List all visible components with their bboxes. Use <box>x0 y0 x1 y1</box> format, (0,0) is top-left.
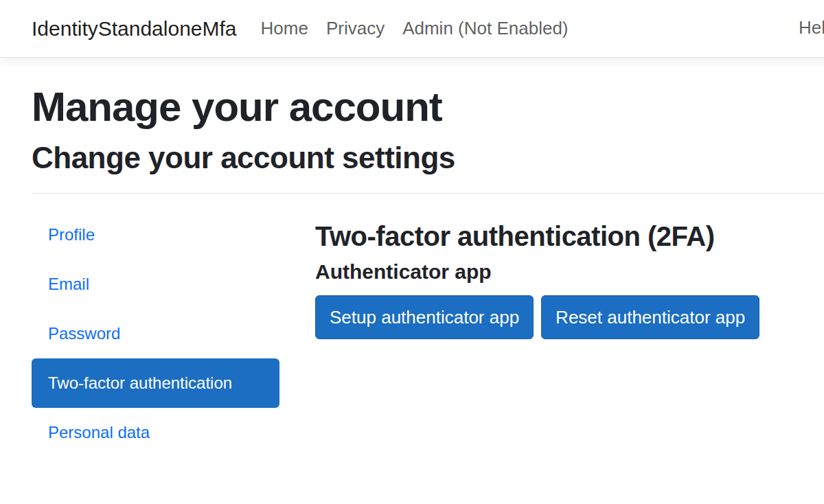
page-subtitle: Change your account settings <box>32 140 824 176</box>
divider <box>32 193 824 194</box>
page-container: Manage your account Change your account … <box>0 58 824 457</box>
two-factor-heading: Two-factor authentication (2FA) <box>315 220 824 253</box>
sidebar-item-profile[interactable]: Profile <box>32 210 279 260</box>
page-title: Manage your account <box>32 82 824 132</box>
authenticator-app-subheading: Authenticator app <box>315 260 824 284</box>
manage-sidebar: Profile Email Password Two-factor authen… <box>32 210 279 457</box>
nav-link-admin[interactable]: Admin (Not Enabled) <box>393 12 577 44</box>
nav-link-privacy[interactable]: Privacy <box>317 12 393 44</box>
sidebar-item-password[interactable]: Password <box>32 309 279 358</box>
sidebar-item-two-factor-authentication[interactable]: Two-factor authentication <box>32 358 279 408</box>
nav-link-home[interactable]: Home <box>252 12 317 44</box>
top-navbar: IdentityStandaloneMfa Home Privacy Admin… <box>0 0 824 58</box>
navbar-brand[interactable]: IdentityStandaloneMfa <box>32 17 237 41</box>
setup-authenticator-button[interactable]: Setup authenticator app <box>315 295 534 339</box>
two-factor-content: Two-factor authentication (2FA) Authenti… <box>315 210 824 339</box>
sidebar-item-personal-data[interactable]: Personal data <box>32 408 279 457</box>
authenticator-actions: Setup authenticator app Reset authentica… <box>315 295 824 339</box>
reset-authenticator-button[interactable]: Reset authenticator app <box>541 295 759 339</box>
manage-layout: Profile Email Password Two-factor authen… <box>32 210 824 457</box>
navbar-nav: Home Privacy Admin (Not Enabled) <box>252 18 577 39</box>
sidebar-item-email[interactable]: Email <box>32 260 279 309</box>
account-greeting-link[interactable]: Hello <box>799 17 824 38</box>
